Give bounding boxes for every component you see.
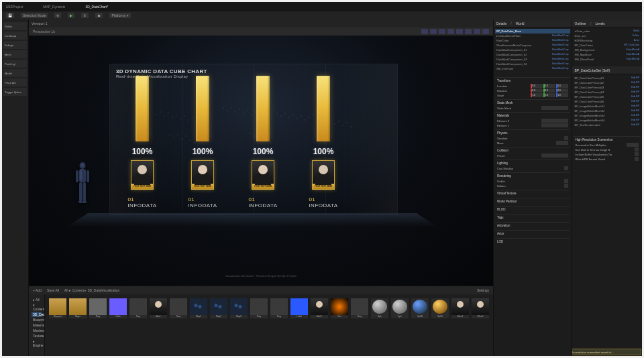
mode-item[interactable]: Select xyxy=(3,22,27,30)
outliner-header[interactable]: Details/World xyxy=(494,19,572,27)
viewport-option[interactable] xyxy=(447,29,454,34)
bar-label: 01 INFODATA xyxy=(248,196,277,208)
viewport-option[interactable] xyxy=(421,29,428,34)
asset-item[interactable]: Blueprint xyxy=(49,298,66,318)
viewport-option[interactable] xyxy=(482,29,489,34)
tab-map[interactable]: MAP_Dynamic xyxy=(43,5,65,9)
cb-source-tree[interactable]: ▸ All ▾ Content 3D_DataVisualization Blu… xyxy=(29,294,45,356)
mannequin-figure xyxy=(72,162,93,214)
viewport-3d[interactable]: 3D DYNAMIC DATA CUBE CHART Real-time Dat… xyxy=(29,36,493,286)
mode-item[interactable]: Landscap xyxy=(3,32,27,40)
svg-rect-52 xyxy=(76,170,78,182)
mode-item[interactable]: Mesh xyxy=(3,50,27,58)
asset-item[interactable]: Map2 xyxy=(210,298,227,318)
svg-rect-55 xyxy=(83,182,87,201)
cb-breadcrumb[interactable]: All ▸ Content ▸ 3D_DataVisualization xyxy=(64,288,119,292)
asset-item[interactable]: Sph xyxy=(371,298,388,318)
asset-item[interactable]: Label xyxy=(290,298,308,318)
details-panel[interactable]: Transform Location0.00.00.0 Rotation0.00… xyxy=(494,76,572,356)
asset-item[interactable]: Gray xyxy=(351,298,368,318)
pause-button[interactable]: ⏸ xyxy=(81,13,89,18)
viewport-mode[interactable]: Perspective Lit xyxy=(33,29,55,34)
world-actors-list[interactable]: BP_DataCubePrimary01Edit BP BP_DataCubeP… xyxy=(572,74,643,135)
asset-item[interactable]: Fire xyxy=(331,298,348,318)
tab-asset[interactable]: 3D_DataChart* xyxy=(85,5,108,9)
info-card: YOUR TEXT HERE xyxy=(252,160,274,190)
add-button[interactable]: ⊕ xyxy=(54,13,61,18)
platforms-dropdown[interactable]: Platforms ▾ xyxy=(109,13,131,18)
asset-item[interactable]: SphG xyxy=(431,298,449,318)
asset-item[interactable]: Man2 xyxy=(311,298,328,318)
data-bar-4: 100% YOUR TEXT HERE 01 INFODATA xyxy=(312,76,335,208)
tree-row[interactable]: Textures xyxy=(32,333,42,339)
bar-percent: 100% xyxy=(313,147,334,156)
tree-row[interactable]: ▾ Content xyxy=(32,302,42,312)
asset-item[interactable]: Wom1 xyxy=(451,298,469,318)
bar-fill xyxy=(196,76,209,141)
asset-item[interactable]: Gray xyxy=(270,298,288,318)
asset-item[interactable]: Man1 xyxy=(150,298,167,318)
modes-sidebar: Select Landscap Foliage Mesh Paint Lgt M… xyxy=(2,19,29,356)
bar-label: 01 INFODATA xyxy=(309,196,337,208)
data-bar-1: 100% YOUR TEXT HERE 01 INFODATA xyxy=(131,76,154,208)
bar-percent: 100% xyxy=(132,147,153,156)
mode-item[interactable]: Model xyxy=(3,69,27,77)
bar-fill xyxy=(317,76,330,141)
asset-item[interactable]: Map1 xyxy=(190,298,207,318)
asset-item[interactable]: Gray xyxy=(250,298,268,318)
bar-percent: 100% xyxy=(253,147,274,156)
data-bar-2: 100% YOUR TEXT HERE 01 INFODATA xyxy=(191,76,214,208)
bar-percent: 100% xyxy=(193,147,213,156)
asset-item[interactable]: Gray xyxy=(170,298,187,318)
cb-toolbar: + Add Save All All ▸ Content ▸ 3D_DataVi… xyxy=(29,286,493,294)
viewport-caption: Visualization Simulation · Real-time Eng… xyxy=(225,274,297,278)
viewport-option[interactable] xyxy=(439,29,445,34)
asset-item[interactable]: Gray xyxy=(89,298,107,318)
tree-row[interactable]: ▸ Engine xyxy=(32,339,42,348)
tree-row[interactable]: ▸ All xyxy=(32,297,42,302)
tree-row[interactable]: Materials xyxy=(32,322,42,328)
info-card: YOUR TEXT HERE xyxy=(131,160,154,190)
tree-row[interactable]: Blueprints xyxy=(32,317,42,322)
cb-settings[interactable]: Settings xyxy=(477,288,489,292)
cb-assets-grid[interactable]: Blueprint Maps Gray Cube Gray Man1 Gray … xyxy=(45,294,493,356)
world-outliner[interactable]: ▾ Data_cubeWorld Data_scnFolder HDRIBack… xyxy=(572,27,643,66)
svg-point-58 xyxy=(81,164,84,167)
mode-item[interactable]: Place Act xyxy=(3,78,27,86)
screenshot-notification[interactable]: ⚠ High-resolution screenshot saved at… xyxy=(572,349,642,355)
cb-add-button[interactable]: + Add xyxy=(33,288,42,292)
asset-item[interactable]: SphB xyxy=(411,298,429,318)
world-detail-header[interactable]: BP_DataCubeSet (Self) xyxy=(572,66,643,74)
save-button[interactable]: 💾 xyxy=(6,13,14,18)
info-card: YOUR TEXT HERE xyxy=(312,160,335,190)
tree-row[interactable]: 3D_DataVisualization xyxy=(32,312,42,317)
asset-item[interactable]: Wom2 xyxy=(472,298,489,318)
info-card: YOUR TEXT HERE xyxy=(191,160,214,190)
bar-label: 01 INFODATA xyxy=(127,196,156,208)
data-bar-3: 100% YOUR TEXT HERE 01 INFODATA xyxy=(252,76,274,208)
components-tree[interactable]: BP_DataCube_Base ▸ DefaultSceneRootStati… xyxy=(494,27,572,76)
tab-project[interactable]: UE5Project xyxy=(6,5,23,9)
asset-item[interactable]: Map3 xyxy=(230,298,248,318)
asset-item[interactable]: Gray xyxy=(129,298,147,318)
mode-item[interactable]: Foliage xyxy=(3,41,27,49)
asset-item[interactable]: Maps xyxy=(69,298,87,318)
right-panels: Details/World BP_DataCube_Base ▸ Default… xyxy=(493,19,642,356)
tree-row[interactable]: Meshes xyxy=(32,328,42,333)
asset-item[interactable]: Cube xyxy=(109,298,127,318)
stop-button[interactable]: ⏹ xyxy=(95,13,103,18)
world-outliner-header[interactable]: Outliner/Levels xyxy=(572,19,643,27)
play-button[interactable]: ▶ xyxy=(68,13,74,18)
selection-mode-dropdown[interactable]: Selection Mode xyxy=(21,13,48,18)
svg-rect-53 xyxy=(87,170,89,182)
bar-group: 100% YOUR TEXT HERE 01 INFODATA 100% YOU… xyxy=(131,76,335,208)
viewport-option[interactable] xyxy=(430,29,437,34)
cb-save-button[interactable]: Save All xyxy=(47,288,59,292)
asset-item[interactable]: Sph xyxy=(391,298,409,318)
viewport-option[interactable] xyxy=(465,29,472,34)
viewport-option[interactable] xyxy=(474,29,480,34)
viewport-option[interactable] xyxy=(456,29,463,34)
viewport-tab[interactable]: Viewport 1 xyxy=(29,19,493,27)
mode-item[interactable]: Paint Lgt xyxy=(3,60,27,68)
mode-item[interactable]: Trigger Spline xyxy=(3,88,27,96)
